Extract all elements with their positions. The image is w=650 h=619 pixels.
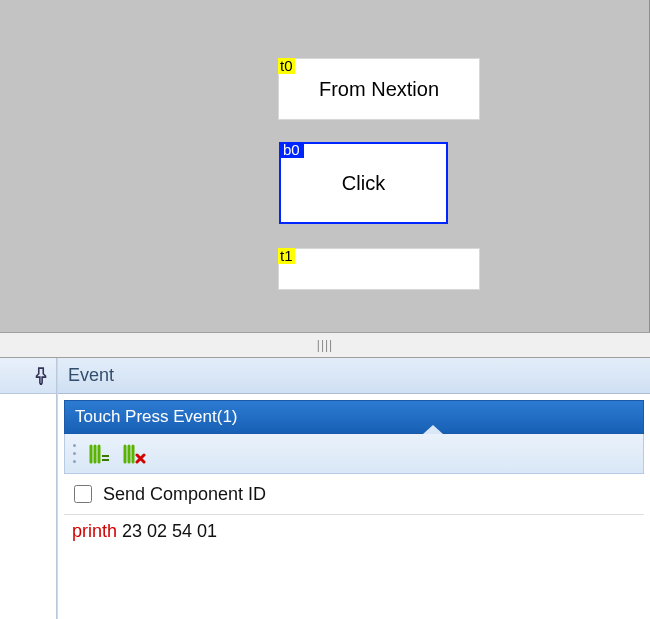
left-gutter-body [0,394,56,619]
horizontal-splitter[interactable]: |||| [0,332,650,358]
event-code-editor[interactable]: printh 23 02 54 01 [64,514,644,548]
component-tag: t1 [278,248,295,264]
code-check-icon[interactable] [88,442,112,466]
event-section-header[interactable]: Touch Press Event(1) [64,400,644,434]
design-canvas[interactable]: t0 From Nextion b0 Click t1 [0,0,650,332]
component-text: From Nextion [279,59,479,119]
left-sidebar-gutter [0,358,57,619]
canvas-component-b0-selected[interactable]: b0 Click [279,142,448,224]
code-args: 23 02 54 01 [117,521,217,541]
pin-icon[interactable] [32,367,50,385]
toolbar-grip-icon[interactable] [73,442,78,466]
splitter-grip-icon: |||| [317,338,333,352]
component-tag: t0 [278,58,295,74]
event-panel-title: Event [68,365,114,386]
bottom-region: Event Touch Press Event(1) [0,358,650,619]
code-keyword: printh [72,521,117,541]
send-component-id-checkbox[interactable] [74,485,92,503]
component-text [279,249,479,289]
event-toolbar [64,434,644,474]
canvas-component-t0[interactable]: t0 From Nextion [278,58,480,120]
triangle-indicator-icon [423,425,443,434]
send-component-id-label: Send Component ID [103,484,266,505]
event-panel: Event Touch Press Event(1) [57,358,650,619]
component-text: Click [281,144,446,222]
event-section-label: Touch Press Event(1) [75,407,238,427]
left-gutter-header [0,358,56,394]
code-delete-icon[interactable] [122,442,146,466]
event-panel-header[interactable]: Event [58,358,650,394]
canvas-component-t1[interactable]: t1 [278,248,480,290]
component-tag: b0 [279,142,304,158]
send-component-id-row[interactable]: Send Component ID [70,482,638,506]
